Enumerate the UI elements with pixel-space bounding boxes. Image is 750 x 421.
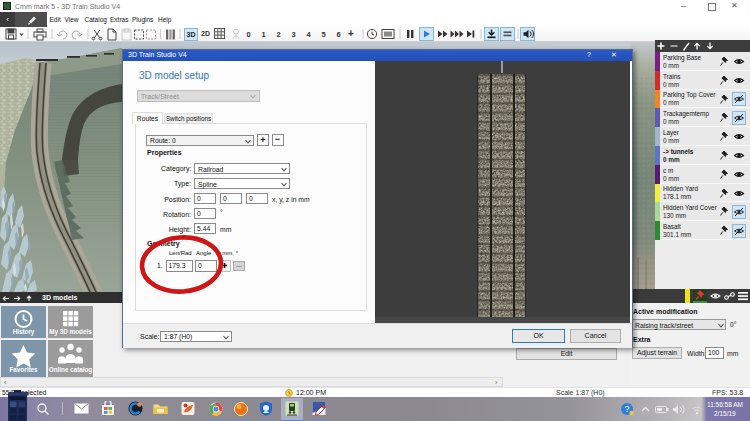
svg-text:?: ? xyxy=(624,404,629,414)
